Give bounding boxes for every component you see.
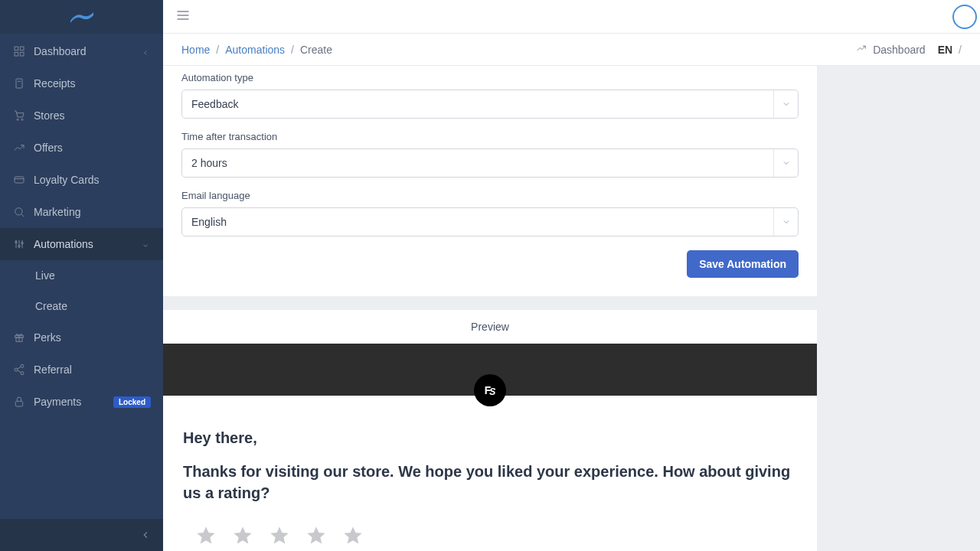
sidebar-item-label: Marketing (34, 206, 151, 218)
avatar[interactable] (952, 5, 977, 29)
sidebar-item-live[interactable]: Live (0, 260, 163, 291)
sidebar-item-label: Referral (34, 364, 151, 376)
automation-type-select[interactable]: Feedback (181, 90, 799, 119)
svg-point-7 (21, 119, 23, 120)
preview-body: Hey there, Thanks for visiting our store… (163, 396, 817, 551)
card-icon (12, 173, 26, 187)
sidebar: Dashboard Receipts Stores Offers Loyalty… (0, 0, 163, 551)
sidebar-item-marketing[interactable]: Marketing (0, 196, 163, 228)
language-en[interactable]: EN (938, 44, 952, 56)
time-select[interactable]: 2 hours (181, 148, 799, 178)
cart-icon (12, 109, 26, 122)
language-separator: / (959, 44, 962, 56)
automation-form: Automation type Feedback Time after tran… (163, 66, 817, 296)
breadcrumb-separator: / (291, 44, 294, 56)
lock-icon (12, 395, 26, 409)
sidebar-item-automations[interactable]: Automations (0, 228, 163, 260)
gift-icon (12, 331, 26, 344)
automation-type-label: Automation type (181, 72, 799, 83)
svg-point-10 (15, 208, 22, 215)
chevron-down-icon (773, 90, 798, 118)
sidebar-item-label: Dashboard (34, 45, 142, 57)
sidebar-item-payments[interactable]: Payments Locked (0, 386, 163, 418)
svg-point-6 (17, 119, 18, 120)
trend-icon (856, 43, 867, 56)
save-automation-button[interactable]: Save Automation (687, 250, 799, 278)
star-icon[interactable] (195, 525, 217, 549)
breadcrumb-separator: / (216, 44, 219, 56)
breadcrumb: Home / Automations / Create (181, 44, 332, 56)
svg-rect-1 (20, 47, 24, 51)
star-icon[interactable] (232, 525, 253, 549)
sliders-icon (12, 237, 26, 251)
sidebar-item-label: Loyalty Cards (34, 174, 151, 186)
sidebar-item-label: Live (35, 269, 151, 282)
sidebar-item-loyalty[interactable]: Loyalty Cards (0, 164, 163, 196)
chevron-down-icon (773, 208, 798, 236)
sidebar-item-create[interactable]: Create (0, 291, 163, 321)
sidebar-item-label: Automations (34, 238, 142, 250)
svg-point-23 (21, 372, 24, 375)
breadcrumb-home[interactable]: Home (181, 44, 210, 56)
select-value: English (182, 216, 236, 228)
sidebar-item-receipts[interactable]: Receipts (0, 67, 163, 99)
language-select[interactable]: English (181, 207, 799, 236)
breadcrumb-automations[interactable]: Automations (225, 44, 285, 56)
preview-header: Preview (163, 310, 817, 344)
svg-rect-3 (20, 52, 24, 56)
topbar (163, 0, 980, 34)
rating-stars (183, 525, 797, 549)
breadcrumb-bar: Home / Automations / Create Dashboard EN… (163, 34, 980, 66)
star-icon[interactable] (342, 525, 364, 549)
content-area: Automation type Feedback Time after tran… (163, 66, 980, 551)
preview-banner: FS (163, 344, 817, 396)
star-icon[interactable] (305, 525, 327, 549)
time-label: Time after transaction (181, 131, 799, 142)
sidebar-item-label: Create (35, 300, 151, 312)
select-value: 2 hours (182, 157, 237, 169)
svg-rect-8 (15, 177, 24, 183)
svg-point-22 (15, 368, 18, 371)
language-label: Email language (181, 190, 799, 201)
search-icon (12, 205, 26, 219)
main-content: Home / Automations / Create Dashboard EN… (163, 0, 980, 551)
svg-line-11 (21, 214, 24, 217)
svg-line-25 (18, 370, 21, 373)
sidebar-item-label: Perks (34, 331, 151, 344)
sidebar-item-label: Stores (34, 109, 151, 122)
hamburger-button[interactable] (175, 8, 191, 26)
breadcrumb-right: Dashboard EN / (856, 43, 962, 56)
preview-greeting: Hey there, (183, 429, 797, 447)
grid-icon (12, 44, 26, 58)
trend-icon (12, 141, 26, 155)
preview-card: Preview FS Hey there, Thanks for visitin… (163, 310, 817, 551)
sidebar-item-label: Receipts (34, 77, 151, 90)
sidebar-item-stores[interactable]: Stores (0, 99, 163, 132)
clipboard-icon (12, 77, 26, 90)
sidebar-item-perks[interactable]: Perks (0, 321, 163, 354)
star-icon[interactable] (269, 525, 290, 549)
chevron-left-icon (142, 47, 151, 56)
app-logo[interactable] (0, 0, 163, 34)
brand-logo: FS (474, 374, 506, 406)
chevron-down-icon (773, 149, 798, 177)
preview-message: Thanks for visiting our store. We hope y… (183, 461, 797, 504)
svg-rect-0 (15, 47, 18, 51)
svg-rect-4 (16, 79, 22, 88)
sidebar-item-referral[interactable]: Referral (0, 354, 163, 386)
select-value: Feedback (182, 98, 247, 110)
sidebar-nav: Dashboard Receipts Stores Offers Loyalty… (0, 34, 163, 519)
svg-rect-26 (15, 401, 22, 406)
sidebar-collapse-button[interactable] (0, 519, 163, 551)
svg-line-24 (18, 367, 21, 369)
chevron-down-icon (142, 240, 151, 249)
breadcrumb-current: Create (300, 44, 332, 56)
svg-rect-2 (15, 52, 18, 56)
sidebar-item-label: Payments (34, 396, 113, 408)
share-icon (12, 363, 26, 377)
sidebar-item-dashboard[interactable]: Dashboard (0, 35, 163, 67)
sidebar-item-offers[interactable]: Offers (0, 132, 163, 164)
dashboard-link[interactable]: Dashboard (873, 44, 926, 56)
sidebar-item-label: Offers (34, 142, 151, 154)
locked-badge: Locked (113, 396, 151, 408)
